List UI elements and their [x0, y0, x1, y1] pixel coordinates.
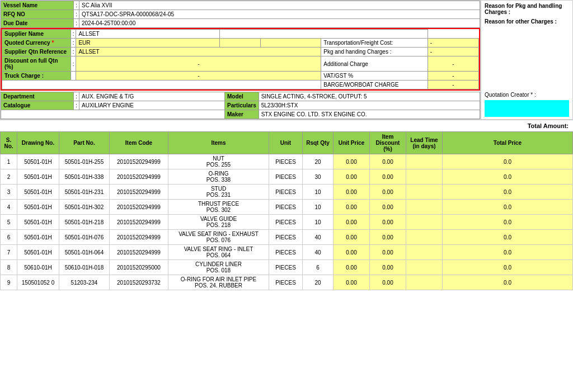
table-cell: STUDPOS. 231	[168, 185, 269, 200]
table-cell: 50610-01H	[17, 260, 59, 275]
particulars-label: Particulars	[225, 101, 259, 110]
col-unit-price: Unit Price	[334, 132, 370, 154]
quoted-currency-extra2[interactable]	[260, 39, 321, 48]
table-cell: 40	[303, 245, 334, 260]
col-drawing-no: Drawing No.	[17, 132, 59, 154]
pkg-handling-value[interactable]: -	[428, 48, 478, 56]
total-amount-header: Total Amount:	[0, 120, 573, 131]
table-cell: O-RING FOR AIR INLET PIPEPOS. 24. RUBBER	[168, 275, 269, 290]
table-cell: 50501-01H	[17, 185, 59, 200]
table-cell: 50501-01H	[17, 154, 59, 169]
department-value: AUX. ENGINE & T/G	[79, 92, 225, 101]
table-cell: 20101520294999	[110, 230, 168, 245]
table-cell[interactable]: 0.00	[334, 230, 370, 245]
vat-gst-value[interactable]: -	[428, 72, 478, 81]
table-cell[interactable]: 0.0	[443, 245, 573, 260]
col-unit: Unit	[269, 132, 303, 154]
quoted-currency-value[interactable]: EUR	[76, 39, 219, 48]
particulars-value: 5L23/30H:STX	[259, 101, 480, 110]
table-cell[interactable]: 0.00	[370, 260, 406, 275]
truck-charge-label: Truck Charge :	[2, 72, 71, 81]
transport-freight-value[interactable]: -	[428, 39, 478, 48]
due-date-value: 2024-04-25T00:00:00	[79, 19, 480, 28]
table-cell: VALVE SEAT RING - INLETPOS. 064	[168, 245, 269, 260]
table-cell[interactable]: 0.0	[443, 154, 573, 169]
table-cell[interactable]: 0.00	[334, 185, 370, 200]
table-cell[interactable]: 0.00	[370, 200, 406, 215]
due-date-label: Due Date	[1, 19, 74, 28]
table-cell: 50501-01H-076	[59, 230, 110, 245]
table-cell: 20	[303, 275, 334, 290]
transport-freight-label: Transportation/Freight Cost:	[321, 39, 428, 48]
table-cell: 20101520294999	[110, 215, 168, 230]
table-cell[interactable]	[406, 275, 443, 290]
table-cell[interactable]	[406, 200, 443, 215]
table-cell[interactable]: 0.00	[370, 169, 406, 185]
table-cell[interactable]: 0.00	[370, 185, 406, 200]
table-cell[interactable]	[406, 169, 443, 185]
rfq-no-label: RFQ NO	[1, 10, 74, 19]
table-cell: PIECES	[269, 154, 303, 169]
table-cell[interactable]: 0.00	[334, 169, 370, 185]
catalogue-value: AUXILIARY ENGINE	[79, 101, 225, 110]
table-cell: 50501-01H-302	[59, 200, 110, 215]
table-cell[interactable]	[406, 185, 443, 200]
col-total-price: Total Price	[443, 132, 573, 154]
table-cell[interactable]: 0.00	[334, 260, 370, 275]
table-cell: PIECES	[269, 230, 303, 245]
table-cell[interactable]: 0.0	[443, 260, 573, 275]
table-cell: 9	[1, 275, 17, 290]
model-value: SINGLE ACTING, 4-STROKE, OUTPUT: 5	[259, 92, 480, 101]
table-cell: 50501-01H	[17, 200, 59, 215]
vessel-name-colon: :	[74, 1, 79, 10]
table-cell: 7	[1, 245, 17, 260]
table-cell: 20101520294999	[110, 200, 168, 215]
table-cell: 50501-01H-064	[59, 245, 110, 260]
catalogue-label: Catalogue	[1, 101, 74, 110]
table-cell[interactable]: 0.00	[334, 275, 370, 290]
table-cell[interactable]: 0.0	[443, 169, 573, 185]
table-cell[interactable]: 0.00	[370, 230, 406, 245]
table-cell[interactable]: 0.00	[370, 154, 406, 169]
table-cell: 20101520294999	[110, 169, 168, 185]
table-cell[interactable]: 0.0	[443, 215, 573, 230]
additional-charge-value[interactable]: -	[428, 56, 478, 72]
due-date-colon: :	[74, 19, 79, 28]
barge-worboat-label: BARGE/WORBOAT CHARGE	[321, 81, 428, 89]
discount-value[interactable]: -	[76, 56, 321, 72]
table-cell[interactable]: 0.0	[443, 185, 573, 200]
table-cell: 2	[1, 169, 17, 185]
table-cell[interactable]: 0.0	[443, 200, 573, 215]
table-cell: 20101520293732	[110, 275, 168, 290]
table-row: 750501-01H50501-01H-06420101520294999VAL…	[1, 245, 573, 260]
table-cell[interactable]: 0.00	[334, 245, 370, 260]
table-cell[interactable]: 0.0	[443, 230, 573, 245]
table-row: 650501-01H50501-01H-07620101520294999VAL…	[1, 230, 573, 245]
table-row: 450501-01H50501-01H-30220101520294999THR…	[1, 200, 573, 215]
quoted-currency-extra1[interactable]	[219, 39, 260, 48]
table-cell[interactable]: 0.00	[334, 215, 370, 230]
quotation-creator-input[interactable]	[485, 100, 569, 117]
department-colon: :	[74, 92, 79, 101]
table-cell[interactable]: 0.00	[370, 275, 406, 290]
col-item-code: Item Code	[110, 132, 168, 154]
barge-worboat-value[interactable]: -	[428, 81, 478, 89]
supplier-qtn-ref-value[interactable]: ALLSET	[76, 48, 321, 56]
table-cell[interactable]	[406, 230, 443, 245]
table-cell[interactable]	[406, 260, 443, 275]
catalogue-colon: :	[74, 101, 79, 110]
table-cell[interactable]: 0.00	[334, 200, 370, 215]
table-cell[interactable]: 0.0	[443, 275, 573, 290]
table-cell[interactable]: 0.00	[370, 245, 406, 260]
table-cell[interactable]	[406, 215, 443, 230]
table-cell[interactable]: 0.00	[334, 154, 370, 169]
table-cell[interactable]	[406, 245, 443, 260]
truck-charge-value[interactable]: -	[76, 72, 321, 81]
table-row: 850610-01H50610-01H-01820101520295000CYL…	[1, 260, 573, 275]
table-cell: 50501-01H-255	[59, 154, 110, 169]
table-cell[interactable]	[406, 154, 443, 169]
supplier-name-value: ALLSET	[76, 30, 219, 39]
table-cell[interactable]: 0.00	[370, 215, 406, 230]
table-cell: 10	[303, 185, 334, 200]
table-cell: 150501052 0	[17, 275, 59, 290]
